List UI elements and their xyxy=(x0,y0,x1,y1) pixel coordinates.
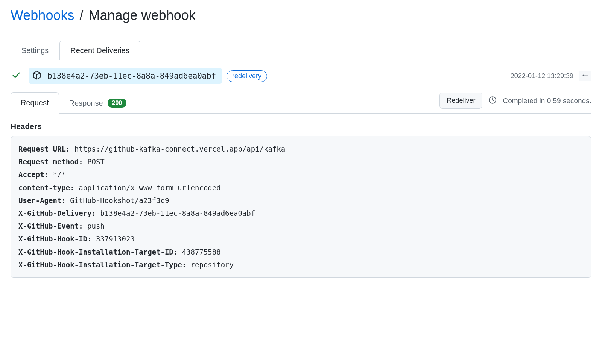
tab-response-label: Response xyxy=(69,99,103,108)
header-line: X-GitHub-Delivery: b138e4a2-73eb-11ec-8a… xyxy=(18,207,584,220)
svg-point-2 xyxy=(587,75,588,76)
header-key: Request method: xyxy=(18,158,83,166)
tab-settings[interactable]: Settings xyxy=(11,41,59,60)
header-value: 337913023 xyxy=(91,235,134,243)
header-line: content-type: application/x-www-form-url… xyxy=(18,181,584,194)
header-key: X-GitHub-Hook-ID: xyxy=(18,235,91,243)
redelivery-badge: redelivery xyxy=(227,70,267,82)
header-line: Accept: */* xyxy=(18,168,584,181)
header-line: X-GitHub-Hook-Installation-Target-ID: 43… xyxy=(18,246,584,258)
redeliver-button[interactable]: Redeliver xyxy=(439,93,482,109)
header-value: b138e4a2-73eb-11ec-8a8a-849ad6ea0abf xyxy=(96,209,255,217)
tab-recent-deliveries[interactable]: Recent Deliveries xyxy=(59,41,140,60)
header-key: content-type: xyxy=(18,184,74,192)
status-code-badge: 200 xyxy=(108,99,127,108)
cube-icon xyxy=(32,71,41,81)
header-line: X-GitHub-Event: push xyxy=(18,220,584,232)
header-value: https://github-kafka-connect.vercel.app/… xyxy=(70,145,285,153)
svg-point-0 xyxy=(583,75,584,76)
completed-text: Completed in 0.59 seconds. xyxy=(503,97,591,105)
breadcrumb-link-webhooks[interactable]: Webhooks xyxy=(11,8,74,23)
main-tabnav: Settings Recent Deliveries xyxy=(11,40,591,60)
header-value: 438775588 xyxy=(178,248,220,256)
header-line: User-Agent: GitHub-Hookshot/a23f3c9 xyxy=(18,194,584,207)
breadcrumb-current: Manage webhook xyxy=(88,8,195,23)
delivery-subtabs-row: Request Response 200 Redeliver Completed… xyxy=(11,92,591,114)
header-key: X-GitHub-Hook-Installation-Target-Type: xyxy=(18,261,186,269)
headers-box: Request URL: https://github-kafka-connec… xyxy=(11,136,591,278)
header-value: GitHub-Hookshot/a23f3c9 xyxy=(66,196,169,205)
delivery-chip[interactable]: b138e4a2-73eb-11ec-8a8a-849ad6ea0abf xyxy=(29,68,222,84)
header-line: X-GitHub-Hook-Installation-Target-Type: … xyxy=(18,258,584,271)
header-value: push xyxy=(83,222,105,230)
delivery-id: b138e4a2-73eb-11ec-8a8a-849ad6ea0abf xyxy=(47,71,216,80)
check-icon xyxy=(12,71,20,81)
header-key: User-Agent: xyxy=(18,196,66,205)
delivery-row: b138e4a2-73eb-11ec-8a8a-849ad6ea0abf red… xyxy=(11,60,591,92)
kebab-menu-button[interactable] xyxy=(579,71,591,81)
header-line: X-GitHub-Hook-ID: 337913023 xyxy=(18,232,584,245)
kebab-icon xyxy=(582,72,588,78)
delivery-timestamp: 2022-01-12 13:29:39 xyxy=(511,72,573,80)
header-key: X-GitHub-Event: xyxy=(18,222,83,230)
header-line: Request method: POST xyxy=(18,155,584,168)
header-value: application/x-www-form-urlencoded xyxy=(74,184,221,192)
header-value: */* xyxy=(49,170,66,179)
header-key: X-GitHub-Hook-Installation-Target-ID: xyxy=(18,248,178,256)
header-key: X-GitHub-Delivery: xyxy=(18,209,96,217)
svg-point-1 xyxy=(585,75,586,76)
tab-response[interactable]: Response 200 xyxy=(59,92,137,114)
breadcrumb-separator: / xyxy=(79,8,83,23)
header-line: Request URL: https://github-kafka-connec… xyxy=(18,143,584,155)
headers-section-title: Headers xyxy=(11,122,591,131)
header-key: Request URL: xyxy=(18,145,70,153)
tab-request[interactable]: Request xyxy=(11,92,59,114)
header-key: Accept: xyxy=(18,170,49,179)
page-title: Webhooks / Manage webhook xyxy=(11,8,591,30)
header-value: repository xyxy=(186,261,234,269)
header-value: POST xyxy=(83,158,105,166)
clock-icon xyxy=(488,96,497,106)
